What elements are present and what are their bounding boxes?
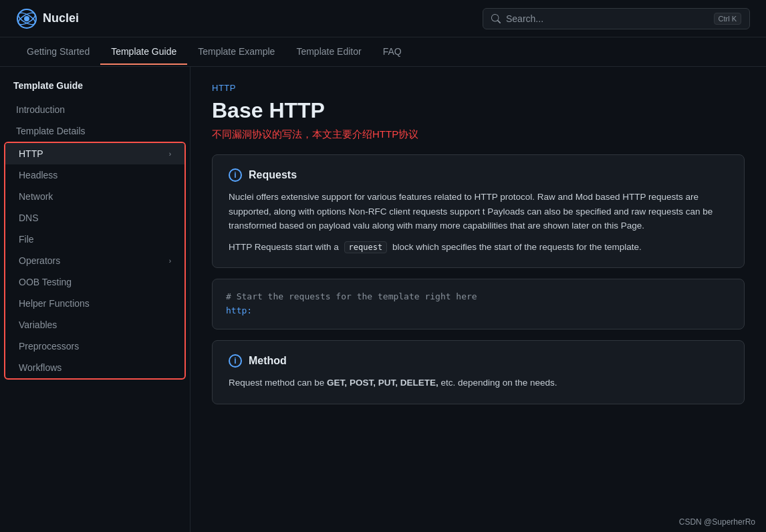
main-layout: Template Guide Introduction Template Det…: [0, 67, 766, 532]
requests-card-title: Requests: [249, 169, 297, 181]
method-card-title: Method: [249, 355, 287, 367]
sidebar-item-workflows[interactable]: Workflows: [5, 357, 184, 378]
code-block: # Start the requests for the template ri…: [212, 279, 745, 329]
content-area: HTTP Base HTTP 不同漏洞协议的写法，本文主要介绍HTTP协议 i …: [190, 67, 766, 532]
sidebar-active-section: HTTP › Headless Network DNS File Operato…: [4, 142, 186, 380]
info-icon: i: [229, 168, 242, 182]
sidebar-item-introduction[interactable]: Introduction: [3, 99, 187, 120]
sidebar-title: Template Guide: [0, 80, 190, 99]
method-card: i Method Request method can be GET, POST…: [212, 340, 745, 404]
method-card-text: Request method can be GET, POST, PUT, DE…: [229, 376, 728, 390]
sidebar-item-operators[interactable]: Operators ›: [5, 250, 184, 271]
logo[interactable]: Nuclei: [16, 8, 79, 29]
logo-icon: [16, 8, 37, 29]
search-bar[interactable]: Ctrl K: [483, 8, 750, 29]
topbar: Nuclei Ctrl K: [0, 0, 766, 37]
sidebar-item-headless[interactable]: Headless: [5, 164, 184, 186]
tab-getting-started[interactable]: Getting Started: [16, 39, 100, 65]
chevron-right-icon-operators: ›: [169, 257, 171, 265]
content-tag: HTTP: [212, 83, 745, 93]
nav-tabs: Getting Started Template Guide Template …: [0, 37, 766, 67]
sidebar-item-oob-testing[interactable]: OOB Testing: [5, 271, 184, 293]
requests-card-header: i Requests: [229, 168, 728, 182]
requests-card-text: Nuclei offers extensive support for vari…: [229, 190, 728, 254]
code-key: http:: [226, 304, 731, 318]
search-shortcut: Ctrl K: [714, 13, 742, 25]
sidebar-item-preprocessors[interactable]: Preprocessors: [5, 336, 184, 357]
logo-text: Nuclei: [43, 11, 79, 25]
svg-point-1: [24, 16, 29, 21]
search-icon: [491, 14, 501, 23]
sidebar-item-helper-functions[interactable]: Helper Functions: [5, 293, 184, 314]
content-title: Base HTTP: [212, 98, 745, 123]
chevron-right-icon: ›: [169, 150, 171, 158]
watermark: CSDN @SuperherRo: [679, 517, 755, 527]
tab-faq[interactable]: FAQ: [372, 39, 412, 65]
sidebar-item-http[interactable]: HTTP ›: [5, 143, 184, 164]
search-input[interactable]: [506, 13, 709, 24]
method-card-header: i Method: [229, 354, 728, 368]
tab-template-guide[interactable]: Template Guide: [100, 39, 187, 65]
sidebar-item-network[interactable]: Network: [5, 186, 184, 207]
info-icon-method: i: [229, 354, 242, 368]
code-comment: # Start the requests for the template ri…: [226, 290, 731, 304]
requests-card: i Requests Nuclei offers extensive suppo…: [212, 154, 745, 268]
content-subtitle: 不同漏洞协议的写法，本文主要介绍HTTP协议: [212, 128, 745, 141]
sidebar: Template Guide Introduction Template Det…: [0, 67, 190, 532]
tab-template-example[interactable]: Template Example: [187, 39, 285, 65]
sidebar-item-dns[interactable]: DNS: [5, 207, 184, 229]
sidebar-item-file[interactable]: File: [5, 229, 184, 250]
request-inline-code: request: [344, 241, 388, 253]
sidebar-item-variables[interactable]: Variables: [5, 314, 184, 336]
sidebar-item-template-details[interactable]: Template Details: [3, 120, 187, 142]
tab-template-editor[interactable]: Template Editor: [285, 39, 372, 65]
